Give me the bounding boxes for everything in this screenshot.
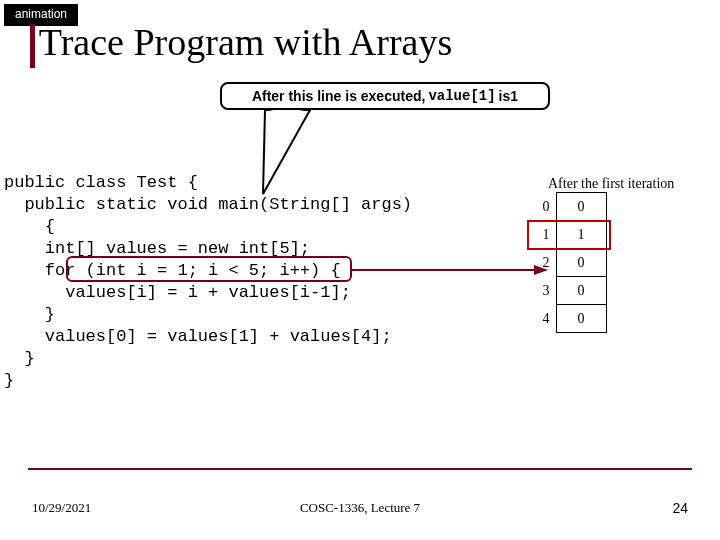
title-text: Trace Program with Arrays [39, 21, 452, 63]
array-row: 40 [532, 305, 606, 333]
array-row-highlight [527, 220, 611, 250]
code-line: values[i] = i + values[i-1]; [4, 283, 351, 302]
array-idx: 0 [532, 193, 556, 221]
array-idx: 4 [532, 305, 556, 333]
slide-title: Trace Program with Arrays [30, 20, 452, 64]
code-line: } [4, 305, 55, 324]
footer-page: 24 [672, 500, 688, 516]
array-row: 00 [532, 193, 606, 221]
callout-val: 1 [510, 88, 518, 104]
callout-code: value[1] [428, 88, 495, 104]
array-val: 0 [556, 277, 606, 305]
footer-course: COSC-1336, Lecture 7 [0, 500, 720, 516]
array-val: 0 [556, 305, 606, 333]
code-line: values[0] = values[1] + values[4]; [4, 327, 392, 346]
arrow-to-diagram [352, 264, 552, 284]
code-highlight-box [66, 256, 352, 282]
array-val: 0 [556, 193, 606, 221]
code-line: } [4, 371, 14, 390]
diagram-caption: After the first iteration [548, 176, 674, 192]
code-line: public static void main(String[] args) [4, 195, 412, 214]
array-val: 0 [556, 249, 606, 277]
array-table: 00 11 20 30 40 [532, 192, 607, 333]
callout-box: After this line is executed, value[1] is… [220, 82, 550, 110]
code-line: } [4, 349, 35, 368]
footer-rule [28, 468, 692, 470]
callout-mid: is [499, 88, 511, 104]
callout-prefix: After this line is executed, [252, 88, 426, 104]
svg-marker-3 [534, 265, 548, 275]
code-line: public class Test { [4, 173, 198, 192]
code-line: { [4, 217, 55, 236]
svg-marker-0 [263, 110, 310, 194]
callout-tail [255, 106, 315, 196]
array-diagram: After the first iteration 00 11 20 30 40 [532, 192, 607, 333]
